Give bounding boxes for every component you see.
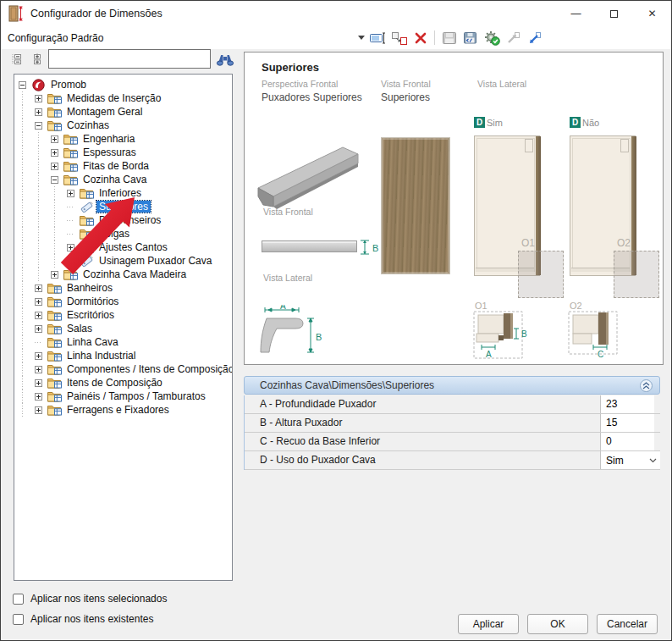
property-group-header[interactable]: Cozinhas Cava\Dimensões\Superiores <box>244 376 660 395</box>
export-cad-button[interactable] <box>460 29 480 47</box>
checkbox-aplicar-nos-itens-selecionados[interactable]: Aplicar nos itens selecionados <box>13 593 167 605</box>
tree-item-medidas-de-inserc-a-o[interactable]: Medidas de Inserção <box>19 91 232 105</box>
expand-icon[interactable] <box>35 325 42 333</box>
tree-item-engenharia[interactable]: Engenharia <box>19 132 232 146</box>
expand-icon[interactable] <box>35 406 42 414</box>
expand-icon[interactable] <box>35 393 42 401</box>
dimension-tag-icon <box>80 201 94 213</box>
folder-icon <box>47 390 62 403</box>
tree-item-cozinhas[interactable]: Cozinhas <box>19 119 232 132</box>
combo-dropdown-icon[interactable] <box>358 36 365 40</box>
title-bar: Configurador de Dimensões — ✕ <box>1 1 671 26</box>
expand-icon[interactable] <box>35 108 42 116</box>
collapse-icon[interactable] <box>51 176 58 184</box>
export-arrow-button[interactable] <box>524 29 543 47</box>
expand-icon[interactable] <box>67 190 74 197</box>
o2-detail-image: O2 C <box>568 301 629 362</box>
cancel-button[interactable]: Cancelar <box>597 614 658 634</box>
duplicate-config-button[interactable] <box>389 29 409 47</box>
tree-guide <box>35 146 51 159</box>
checkbox-aplicar-nos-itens-existentes[interactable]: Aplicar nos itens existentes <box>13 613 153 625</box>
tree-item-paine-is-tampos-tamburatos[interactable]: Painéis / Tampos / Tamburatos <box>19 390 232 403</box>
apply-button[interactable]: Aplicar <box>458 614 519 634</box>
delete-config-button[interactable] <box>410 29 430 47</box>
expand-icon[interactable] <box>51 149 58 157</box>
property-value-input[interactable]: 0 <box>600 433 654 450</box>
tree-item-fitas-de-borda[interactable]: Fitas de Borda <box>19 159 232 173</box>
collapse-icon[interactable] <box>35 122 42 130</box>
tree-item-linha-industrial[interactable]: Linha Industrial <box>19 349 232 362</box>
tree-item-cozinha-cava[interactable]: Cozinha Cava <box>19 173 232 186</box>
tree-connector <box>67 230 74 238</box>
tree-item-promob[interactable]: Promob <box>19 78 232 91</box>
property-value-input[interactable]: 23 <box>600 395 654 413</box>
tree-item-escrito-rios[interactable]: Escritórios <box>19 308 232 322</box>
expand-icon[interactable] <box>51 163 58 170</box>
property-label: B - Altura Puxador <box>245 414 600 432</box>
folder-icon <box>47 404 62 416</box>
tree-item-dormito-rios[interactable]: Dormitórios <box>19 295 232 308</box>
property-value-dropdown[interactable]: Sim <box>600 451 660 469</box>
tree-item-banheiros[interactable]: Banheiros <box>19 281 232 295</box>
expand-all-button[interactable] <box>28 50 47 68</box>
tree-item-cozinha-cava-madeira[interactable]: Cozinha Cava Madeira <box>19 268 232 281</box>
checkbox-icon[interactable] <box>13 594 24 605</box>
collapse-group-button[interactable] <box>640 379 653 392</box>
tree-item-folgas[interactable]: Folgas <box>19 227 232 240</box>
minimize-button[interactable]: — <box>557 1 595 26</box>
save-button[interactable] <box>439 29 459 47</box>
tree-search-input[interactable] <box>48 49 211 69</box>
collapse-icon[interactable] <box>19 81 26 89</box>
expand-icon[interactable] <box>35 352 42 360</box>
search-button[interactable] <box>213 50 237 69</box>
tree-item-espessuras[interactable]: Espessuras <box>19 146 232 159</box>
tree-item-label: Componentes / Itens de Composição <box>64 363 233 375</box>
tree-item-superiores[interactable]: Superiores <box>19 200 232 213</box>
close-button[interactable]: ✕ <box>633 1 671 26</box>
property-value-input[interactable]: 15 <box>600 414 654 432</box>
expand-icon[interactable] <box>35 366 42 373</box>
vista-frontal-caption: Vista Frontal <box>381 79 431 89</box>
folder-icon <box>63 146 78 159</box>
tree-guide <box>19 173 35 186</box>
tree-item-linha-cava[interactable]: Linha Cava <box>19 335 232 349</box>
folder-icon <box>47 296 62 307</box>
tree-item-salas[interactable]: Salas <box>19 322 232 335</box>
tree-guide <box>19 105 35 119</box>
expand-icon[interactable] <box>35 95 42 102</box>
expand-icon[interactable] <box>35 298 42 306</box>
expand-icon[interactable] <box>51 271 58 279</box>
o2-zoom-zone <box>614 251 659 298</box>
tree-item-itens-de-composic-a-o[interactable]: Itens de Composição <box>19 376 232 390</box>
collapse-all-button[interactable] <box>8 50 26 68</box>
maximize-button[interactable] <box>595 1 633 26</box>
expand-icon[interactable] <box>51 135 58 143</box>
tree-item-label: Montagem Geral <box>64 106 145 118</box>
apply-config-button[interactable] <box>482 29 501 47</box>
import-arrow-button[interactable] <box>503 29 522 47</box>
tree-item-despenseiros[interactable]: Despenseiros <box>19 213 232 227</box>
tree-item-componentes-itens-de-composic-a-o[interactable]: Componentes / Itens de Composição <box>19 362 232 376</box>
tree-item-inferiores[interactable]: Inferiores <box>19 186 232 200</box>
expand-icon[interactable] <box>35 379 42 387</box>
tree-item-montagem-geral[interactable]: Montagem Geral <box>19 105 232 119</box>
tag-icon <box>79 255 94 268</box>
tree-item-ferragens-e-fixadores[interactable]: Ferragens e Fixadores <box>19 403 232 417</box>
tree-item-ajustes-cantos[interactable]: Ajustes Cantos <box>19 240 232 254</box>
expand-icon[interactable] <box>35 285 42 292</box>
folder-icon <box>47 390 62 402</box>
tree-item-usinagem-puxador-cava[interactable]: Usinagem Puxador Cava <box>19 254 232 268</box>
checkbox-icon[interactable] <box>13 614 24 625</box>
configuration-combobox[interactable]: Configuração Padrão <box>8 29 366 47</box>
expand-icon[interactable] <box>35 312 42 319</box>
window-title: Configurador de Dimensões <box>30 8 162 19</box>
tree-guide <box>19 268 35 281</box>
preview-panel: Superiores Perspectiva Frontal Vista Fro… <box>244 52 664 365</box>
expand-icon[interactable] <box>67 244 74 251</box>
tree-item-label: Medidas de Inserção <box>64 92 163 104</box>
folder-icon <box>47 296 62 308</box>
rename-config-button[interactable] <box>368 29 388 47</box>
folder-icon <box>80 241 94 253</box>
ok-button[interactable]: OK <box>527 614 588 634</box>
tree-guide <box>51 254 67 268</box>
